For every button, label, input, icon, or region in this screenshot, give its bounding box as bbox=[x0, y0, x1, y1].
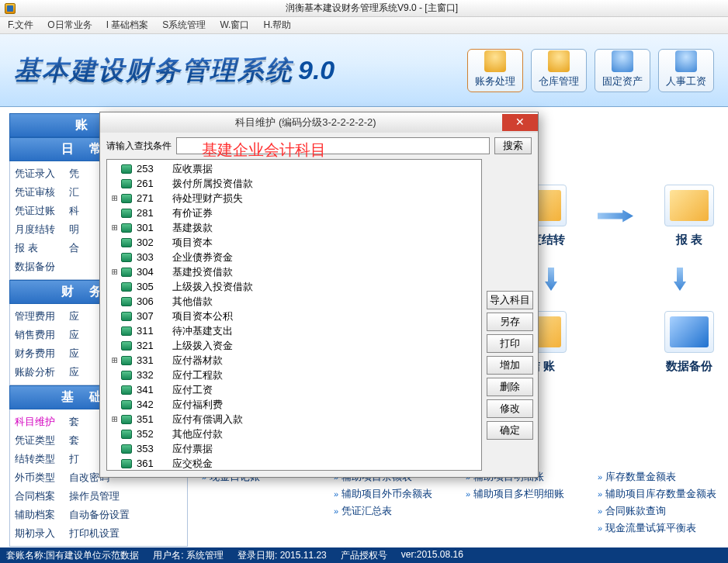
panel-item[interactable]: 辅助档案自动备份设置 bbox=[15, 506, 182, 524]
tree-node[interactable]: 261拨付所属投资借款 bbox=[110, 176, 478, 191]
expand-icon[interactable]: ⊞ bbox=[110, 266, 120, 278]
node-name: 基建投资借款 bbox=[172, 265, 233, 279]
tree-box[interactable]: 253应收票据261拨付所属投资借款⊞271待处理财产损失281有价证券⊞301… bbox=[106, 159, 482, 471]
arrow-down-icon bbox=[674, 268, 686, 291]
modal-titlebar: 科目维护 (编码分级3-2-2-2-2-2) ✕ bbox=[100, 112, 538, 133]
node-code: 301 bbox=[137, 222, 172, 233]
menu-item[interactable]: I 基础档案 bbox=[106, 19, 149, 32]
node-name: 其他借款 bbox=[172, 295, 213, 309]
node-icon bbox=[121, 385, 132, 395]
close-button[interactable]: ✕ bbox=[502, 114, 538, 131]
tree-node[interactable]: 361应交税金 bbox=[110, 456, 478, 471]
tree-node[interactable]: ⊞351应付有偿调入款 bbox=[110, 412, 478, 427]
expand-icon[interactable]: ⊞ bbox=[110, 354, 120, 366]
top-button-icon bbox=[612, 50, 633, 72]
search-button[interactable]: 搜索 bbox=[494, 137, 532, 154]
tree-node[interactable]: 321上级拨入资金 bbox=[110, 338, 478, 353]
search-input[interactable] bbox=[176, 137, 490, 154]
tree-node[interactable]: 311待冲基建支出 bbox=[110, 323, 478, 338]
link-item[interactable]: 辅助项目库存数量金额表 bbox=[598, 487, 720, 501]
arrow-right-icon bbox=[598, 210, 633, 223]
node-name: 有价证券 bbox=[172, 206, 213, 220]
header: 基本建设财务管理系统9.0 账务处理仓库管理固定资产人事工资 bbox=[0, 34, 728, 107]
top-button[interactable]: 人事工资 bbox=[658, 49, 714, 92]
node-name: 项目资本 bbox=[172, 236, 213, 250]
node-name: 应收票据 bbox=[172, 162, 213, 176]
expand-icon[interactable]: ⊞ bbox=[110, 192, 120, 204]
tree-node[interactable]: 305上级拨入投资借款 bbox=[110, 279, 478, 294]
titlebar: 润衡基本建设财务管理系统V9.0 - [主窗口] bbox=[0, 0, 728, 17]
top-buttons: 账务处理仓库管理固定资产人事工资 bbox=[467, 49, 714, 92]
link-item[interactable]: 库存数量金额表 bbox=[598, 470, 720, 484]
tree-node[interactable]: ⊞331应付器材款 bbox=[110, 353, 478, 368]
app-icon bbox=[5, 3, 16, 14]
node-code: 351 bbox=[137, 413, 172, 425]
tree-node[interactable]: ⊞301基建拨款 bbox=[110, 220, 478, 235]
big-label: 数据备份 bbox=[666, 359, 712, 374]
node-icon bbox=[121, 164, 132, 174]
top-button-label: 固定资产 bbox=[602, 74, 643, 88]
expand-icon[interactable]: ⊞ bbox=[110, 413, 120, 425]
tree-node[interactable]: 332应付工程款 bbox=[110, 368, 478, 382]
action-button[interactable]: 打印 bbox=[487, 334, 533, 353]
tree-node[interactable]: 306其他借款 bbox=[110, 294, 478, 309]
action-button[interactable]: 修改 bbox=[487, 399, 533, 418]
node-icon bbox=[121, 312, 132, 321]
menu-item[interactable]: F.文件 bbox=[8, 19, 33, 32]
top-button[interactable]: 仓库管理 bbox=[531, 49, 587, 92]
action-button[interactable]: 删除 bbox=[487, 378, 533, 396]
menu-item[interactable]: W.窗口 bbox=[220, 19, 249, 32]
action-button[interactable]: 确定 bbox=[487, 421, 533, 440]
tree-node[interactable]: 352其他应付款 bbox=[110, 427, 478, 441]
menu-item[interactable]: O日常业务 bbox=[47, 19, 92, 32]
tree-node[interactable]: ⊞304基建投资借款 bbox=[110, 264, 478, 279]
tree-node[interactable]: ⊞271待处理财产损失 bbox=[110, 191, 478, 206]
status-account: 套账名称:国有建设单位示范数据 bbox=[6, 549, 139, 561]
logo-version: 9.0 bbox=[298, 55, 335, 85]
node-name: 应付工程款 bbox=[172, 368, 223, 382]
node-code: 361 bbox=[137, 458, 172, 469]
panel-item[interactable]: 期初录入打印机设置 bbox=[15, 524, 182, 543]
top-button[interactable]: 账务处理 bbox=[467, 49, 523, 92]
action-button[interactable]: 另存 bbox=[487, 313, 533, 331]
link-item[interactable]: 合同账款查询 bbox=[598, 504, 720, 518]
panel-item[interactable]: 合同档案操作员管理 bbox=[15, 487, 182, 506]
link-item[interactable]: 现金流量试算平衡表 bbox=[598, 521, 720, 535]
expand-icon[interactable]: ⊞ bbox=[110, 222, 120, 233]
node-icon bbox=[121, 459, 132, 468]
logo: 基本建设财务管理系统9.0 bbox=[14, 53, 335, 88]
link-item[interactable]: 凭证汇总表 bbox=[334, 504, 456, 518]
node-name: 应交税金 bbox=[172, 457, 213, 471]
node-icon bbox=[121, 400, 132, 409]
link-item[interactable]: 辅助项目多栏明细账 bbox=[466, 487, 588, 501]
status-license: 产品授权号 bbox=[341, 549, 387, 561]
menu-item[interactable]: S系统管理 bbox=[162, 19, 206, 32]
menubar: F.文件O日常业务I 基础档案S系统管理W.窗口H.帮助 bbox=[0, 17, 728, 34]
action-button[interactable]: 增加 bbox=[487, 356, 533, 375]
tree-node[interactable]: 342应付福利费 bbox=[110, 397, 478, 412]
tree-node[interactable]: 302项目资本 bbox=[110, 235, 478, 250]
big-backup[interactable]: 数据备份 bbox=[664, 311, 714, 374]
node-icon bbox=[121, 356, 132, 365]
tree-node[interactable]: 303企业债券资金 bbox=[110, 250, 478, 264]
node-icon bbox=[121, 282, 132, 292]
big-label: 报 表 bbox=[676, 233, 702, 247]
tree-node[interactable]: 341应付工资 bbox=[110, 382, 478, 397]
action-button[interactable]: 导入科目 bbox=[487, 291, 533, 309]
tree-node[interactable]: 307项目资本公积 bbox=[110, 309, 478, 323]
node-code: 332 bbox=[137, 369, 172, 381]
big-report[interactable]: 报 表 bbox=[664, 185, 714, 247]
tree-node[interactable]: 353应付票据 bbox=[110, 441, 478, 456]
node-code: 341 bbox=[137, 384, 172, 395]
link-item[interactable]: 辅助项目外币余额表 bbox=[334, 487, 456, 501]
tree-node[interactable]: 253应收票据 bbox=[110, 161, 478, 176]
top-button-label: 人事工资 bbox=[666, 74, 706, 88]
menu-item[interactable]: H.帮助 bbox=[263, 19, 291, 32]
tree-node[interactable]: 281有价证券 bbox=[110, 206, 478, 220]
node-icon bbox=[121, 444, 132, 454]
node-code: 353 bbox=[137, 443, 172, 454]
node-code: 253 bbox=[137, 163, 172, 174]
node-icon bbox=[121, 341, 132, 351]
top-button[interactable]: 固定资产 bbox=[595, 49, 650, 92]
node-code: 303 bbox=[137, 251, 172, 263]
